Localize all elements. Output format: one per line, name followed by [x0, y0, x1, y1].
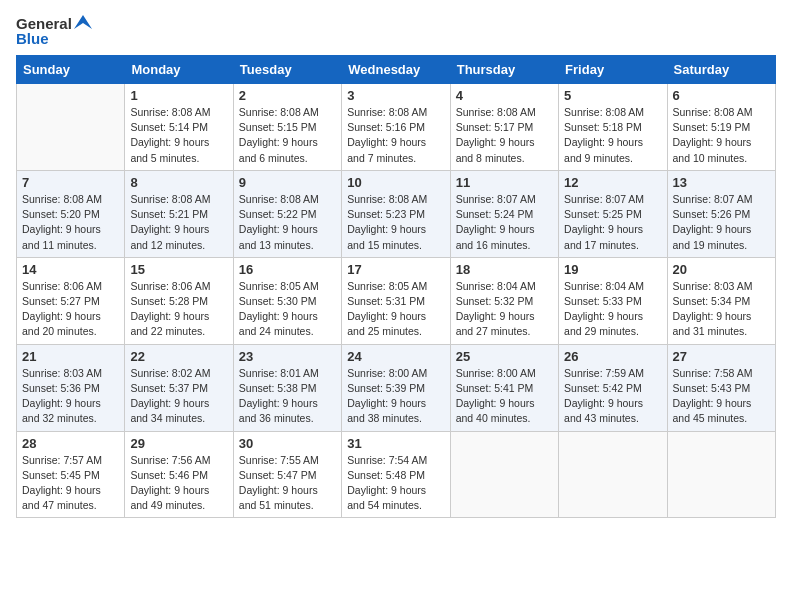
day-detail: Sunrise: 7:57 AMSunset: 5:45 PMDaylight:…	[22, 453, 119, 514]
calendar-cell: 31Sunrise: 7:54 AMSunset: 5:48 PMDayligh…	[342, 431, 450, 518]
day-detail: Sunrise: 7:55 AMSunset: 5:47 PMDaylight:…	[239, 453, 336, 514]
day-number: 20	[673, 262, 770, 277]
day-number: 9	[239, 175, 336, 190]
day-detail: Sunrise: 8:07 AMSunset: 5:24 PMDaylight:…	[456, 192, 553, 253]
day-of-week-header: Thursday	[450, 56, 558, 84]
logo-blue: Blue	[16, 31, 92, 48]
day-detail: Sunrise: 8:03 AMSunset: 5:34 PMDaylight:…	[673, 279, 770, 340]
day-of-week-header: Tuesday	[233, 56, 341, 84]
day-detail: Sunrise: 7:58 AMSunset: 5:43 PMDaylight:…	[673, 366, 770, 427]
day-number: 18	[456, 262, 553, 277]
logo-bird-icon	[74, 15, 92, 29]
calendar-cell: 24Sunrise: 8:00 AMSunset: 5:39 PMDayligh…	[342, 344, 450, 431]
calendar-cell: 15Sunrise: 8:06 AMSunset: 5:28 PMDayligh…	[125, 257, 233, 344]
day-detail: Sunrise: 8:07 AMSunset: 5:26 PMDaylight:…	[673, 192, 770, 253]
day-number: 4	[456, 88, 553, 103]
day-detail: Sunrise: 8:07 AMSunset: 5:25 PMDaylight:…	[564, 192, 661, 253]
day-number: 27	[673, 349, 770, 364]
logo-container: General Blue	[16, 16, 92, 47]
day-detail: Sunrise: 8:08 AMSunset: 5:21 PMDaylight:…	[130, 192, 227, 253]
calendar-cell: 22Sunrise: 8:02 AMSunset: 5:37 PMDayligh…	[125, 344, 233, 431]
day-number: 3	[347, 88, 444, 103]
day-detail: Sunrise: 8:00 AMSunset: 5:41 PMDaylight:…	[456, 366, 553, 427]
day-detail: Sunrise: 8:01 AMSunset: 5:38 PMDaylight:…	[239, 366, 336, 427]
day-detail: Sunrise: 7:59 AMSunset: 5:42 PMDaylight:…	[564, 366, 661, 427]
day-number: 10	[347, 175, 444, 190]
calendar-week-row: 7Sunrise: 8:08 AMSunset: 5:20 PMDaylight…	[17, 170, 776, 257]
calendar-header-row: SundayMondayTuesdayWednesdayThursdayFrid…	[17, 56, 776, 84]
calendar-cell: 1Sunrise: 8:08 AMSunset: 5:14 PMDaylight…	[125, 84, 233, 171]
day-detail: Sunrise: 8:05 AMSunset: 5:30 PMDaylight:…	[239, 279, 336, 340]
day-number: 16	[239, 262, 336, 277]
calendar-cell: 6Sunrise: 8:08 AMSunset: 5:19 PMDaylight…	[667, 84, 775, 171]
day-of-week-header: Friday	[559, 56, 667, 84]
day-of-week-header: Monday	[125, 56, 233, 84]
page-header: General Blue	[16, 16, 776, 47]
day-number: 7	[22, 175, 119, 190]
day-detail: Sunrise: 7:54 AMSunset: 5:48 PMDaylight:…	[347, 453, 444, 514]
day-detail: Sunrise: 8:05 AMSunset: 5:31 PMDaylight:…	[347, 279, 444, 340]
day-number: 12	[564, 175, 661, 190]
day-detail: Sunrise: 8:08 AMSunset: 5:16 PMDaylight:…	[347, 105, 444, 166]
day-number: 31	[347, 436, 444, 451]
day-number: 8	[130, 175, 227, 190]
calendar-cell: 8Sunrise: 8:08 AMSunset: 5:21 PMDaylight…	[125, 170, 233, 257]
calendar-cell: 19Sunrise: 8:04 AMSunset: 5:33 PMDayligh…	[559, 257, 667, 344]
calendar-cell	[667, 431, 775, 518]
calendar-cell: 13Sunrise: 8:07 AMSunset: 5:26 PMDayligh…	[667, 170, 775, 257]
calendar-week-row: 1Sunrise: 8:08 AMSunset: 5:14 PMDaylight…	[17, 84, 776, 171]
calendar-cell: 29Sunrise: 7:56 AMSunset: 5:46 PMDayligh…	[125, 431, 233, 518]
day-of-week-header: Saturday	[667, 56, 775, 84]
day-number: 29	[130, 436, 227, 451]
calendar-week-row: 21Sunrise: 8:03 AMSunset: 5:36 PMDayligh…	[17, 344, 776, 431]
calendar-cell	[450, 431, 558, 518]
calendar-cell: 20Sunrise: 8:03 AMSunset: 5:34 PMDayligh…	[667, 257, 775, 344]
day-number: 23	[239, 349, 336, 364]
calendar-cell	[559, 431, 667, 518]
day-number: 2	[239, 88, 336, 103]
svg-marker-0	[74, 15, 92, 29]
day-detail: Sunrise: 8:08 AMSunset: 5:20 PMDaylight:…	[22, 192, 119, 253]
day-number: 30	[239, 436, 336, 451]
calendar-cell: 28Sunrise: 7:57 AMSunset: 5:45 PMDayligh…	[17, 431, 125, 518]
calendar-cell: 9Sunrise: 8:08 AMSunset: 5:22 PMDaylight…	[233, 170, 341, 257]
calendar-cell: 18Sunrise: 8:04 AMSunset: 5:32 PMDayligh…	[450, 257, 558, 344]
calendar-cell: 11Sunrise: 8:07 AMSunset: 5:24 PMDayligh…	[450, 170, 558, 257]
day-detail: Sunrise: 8:08 AMSunset: 5:15 PMDaylight:…	[239, 105, 336, 166]
day-number: 15	[130, 262, 227, 277]
day-number: 22	[130, 349, 227, 364]
day-detail: Sunrise: 8:08 AMSunset: 5:18 PMDaylight:…	[564, 105, 661, 166]
day-detail: Sunrise: 8:02 AMSunset: 5:37 PMDaylight:…	[130, 366, 227, 427]
calendar-cell: 26Sunrise: 7:59 AMSunset: 5:42 PMDayligh…	[559, 344, 667, 431]
calendar-cell: 2Sunrise: 8:08 AMSunset: 5:15 PMDaylight…	[233, 84, 341, 171]
day-number: 11	[456, 175, 553, 190]
day-number: 19	[564, 262, 661, 277]
calendar-week-row: 28Sunrise: 7:57 AMSunset: 5:45 PMDayligh…	[17, 431, 776, 518]
calendar-cell: 27Sunrise: 7:58 AMSunset: 5:43 PMDayligh…	[667, 344, 775, 431]
day-of-week-header: Wednesday	[342, 56, 450, 84]
calendar-cell: 14Sunrise: 8:06 AMSunset: 5:27 PMDayligh…	[17, 257, 125, 344]
day-number: 1	[130, 88, 227, 103]
calendar-cell	[17, 84, 125, 171]
day-number: 25	[456, 349, 553, 364]
day-number: 14	[22, 262, 119, 277]
day-detail: Sunrise: 8:08 AMSunset: 5:22 PMDaylight:…	[239, 192, 336, 253]
day-detail: Sunrise: 8:04 AMSunset: 5:33 PMDaylight:…	[564, 279, 661, 340]
day-detail: Sunrise: 8:08 AMSunset: 5:14 PMDaylight:…	[130, 105, 227, 166]
calendar-cell: 7Sunrise: 8:08 AMSunset: 5:20 PMDaylight…	[17, 170, 125, 257]
calendar-cell: 10Sunrise: 8:08 AMSunset: 5:23 PMDayligh…	[342, 170, 450, 257]
day-number: 24	[347, 349, 444, 364]
calendar-cell: 23Sunrise: 8:01 AMSunset: 5:38 PMDayligh…	[233, 344, 341, 431]
day-detail: Sunrise: 8:00 AMSunset: 5:39 PMDaylight:…	[347, 366, 444, 427]
calendar-cell: 17Sunrise: 8:05 AMSunset: 5:31 PMDayligh…	[342, 257, 450, 344]
calendar-cell: 3Sunrise: 8:08 AMSunset: 5:16 PMDaylight…	[342, 84, 450, 171]
day-detail: Sunrise: 8:04 AMSunset: 5:32 PMDaylight:…	[456, 279, 553, 340]
logo: General Blue	[16, 16, 92, 47]
calendar-cell: 5Sunrise: 8:08 AMSunset: 5:18 PMDaylight…	[559, 84, 667, 171]
day-detail: Sunrise: 8:08 AMSunset: 5:23 PMDaylight:…	[347, 192, 444, 253]
calendar-week-row: 14Sunrise: 8:06 AMSunset: 5:27 PMDayligh…	[17, 257, 776, 344]
calendar-cell: 16Sunrise: 8:05 AMSunset: 5:30 PMDayligh…	[233, 257, 341, 344]
day-number: 26	[564, 349, 661, 364]
day-detail: Sunrise: 8:08 AMSunset: 5:19 PMDaylight:…	[673, 105, 770, 166]
day-of-week-header: Sunday	[17, 56, 125, 84]
